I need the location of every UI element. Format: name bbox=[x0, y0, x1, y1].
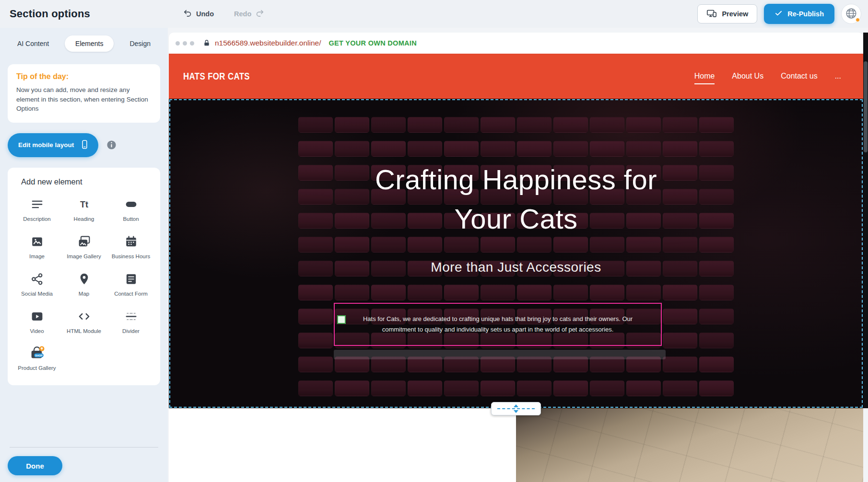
hero-tile bbox=[481, 141, 515, 157]
language-globe-button[interactable] bbox=[841, 4, 861, 24]
business-hours-icon bbox=[124, 234, 138, 250]
element-button[interactable]: Button bbox=[108, 197, 153, 223]
tab-elements[interactable]: Elements bbox=[65, 35, 114, 52]
hero-tile bbox=[590, 285, 624, 300]
hero-tile bbox=[517, 117, 551, 133]
done-button[interactable]: Done bbox=[8, 456, 62, 475]
element-label: Divider bbox=[122, 328, 140, 335]
nav-contact-us[interactable]: Contact us bbox=[781, 72, 817, 80]
undo-icon bbox=[183, 9, 192, 19]
element-heading[interactable]: TtHeading bbox=[61, 197, 106, 223]
hero-tile bbox=[553, 380, 588, 396]
undo-button[interactable]: Undo bbox=[180, 8, 217, 20]
app: Section options Undo Redo Preview Re-Pub… bbox=[0, 0, 868, 482]
hero-subheading[interactable]: More than Just Accessories bbox=[169, 260, 863, 275]
hero-tile bbox=[626, 285, 661, 300]
hero-tile bbox=[553, 285, 588, 300]
hero-tile bbox=[699, 237, 734, 252]
edit-mobile-label: Edit mobile layout bbox=[18, 141, 74, 149]
hero-tile bbox=[444, 117, 479, 133]
site-header[interactable]: HATS FOR CATS HomeAbout UsContact us... bbox=[169, 54, 863, 99]
hero-tile bbox=[408, 285, 442, 300]
hero-tile bbox=[335, 141, 369, 157]
element-product-gallery[interactable]: SHOPProduct Gallery bbox=[14, 346, 59, 372]
hero-tile bbox=[699, 117, 734, 133]
selected-text-element[interactable]: Hats for Cats, we are dedicated to craft… bbox=[334, 303, 662, 346]
hero-tile bbox=[408, 117, 442, 133]
tab-design[interactable]: Design bbox=[124, 35, 156, 52]
element-map[interactable]: Map bbox=[61, 272, 106, 298]
preview-button[interactable]: Preview bbox=[697, 4, 757, 23]
element-drag-handle[interactable] bbox=[337, 315, 346, 324]
section-options-sidebar: AI Content Elements Design Tip of the da… bbox=[0, 28, 168, 482]
hero-tile bbox=[335, 380, 369, 396]
hero-tile bbox=[335, 285, 369, 300]
hero-section[interactable]: Crafting Happiness for Your Cats More th… bbox=[169, 99, 863, 408]
hero-tile bbox=[590, 237, 624, 252]
hero-tile bbox=[663, 117, 697, 133]
window-dot bbox=[190, 41, 194, 46]
hero-tile bbox=[699, 285, 734, 300]
site-scrollbar[interactable] bbox=[863, 33, 868, 408]
hero-tile bbox=[408, 141, 442, 157]
element-description[interactable]: Description bbox=[14, 197, 59, 223]
republish-button[interactable]: Re-Publish bbox=[764, 4, 834, 24]
hero-tile bbox=[481, 237, 515, 252]
element-divider[interactable]: Divider bbox=[108, 309, 153, 335]
info-icon[interactable] bbox=[106, 139, 117, 150]
hero-tile bbox=[298, 380, 333, 396]
resize-up-arrow-icon bbox=[514, 404, 518, 407]
hero-tile bbox=[481, 285, 515, 300]
site-url[interactable]: n1566589.websitebuilder.online/ bbox=[215, 39, 321, 47]
element-label: Video bbox=[30, 328, 44, 335]
hero-tile bbox=[699, 333, 734, 348]
element-image[interactable]: Image bbox=[14, 234, 59, 260]
element-contact-form[interactable]: Contact Form bbox=[108, 272, 153, 298]
element-social-media[interactable]: Social Media bbox=[14, 272, 59, 298]
undo-label: Undo bbox=[196, 10, 214, 18]
hero-tile bbox=[444, 237, 479, 252]
hero-tile bbox=[663, 285, 697, 300]
scrollbar-thumb[interactable] bbox=[864, 61, 868, 152]
lock-icon bbox=[203, 39, 211, 47]
tip-of-the-day-card: Tip of the day: Now you can add, move an… bbox=[8, 64, 160, 123]
browser-bar: n1566589.websitebuilder.online/ GET YOUR… bbox=[169, 33, 863, 54]
tip-body: Now you can add, move and resize any ele… bbox=[16, 85, 152, 114]
check-icon bbox=[774, 9, 783, 19]
hero-tile bbox=[663, 237, 697, 252]
hero-tile bbox=[699, 309, 734, 324]
site-logo[interactable]: HATS FOR CATS bbox=[183, 70, 250, 82]
element-label: Contact Form bbox=[114, 290, 148, 298]
contact-form-icon bbox=[124, 272, 138, 287]
hero-tile bbox=[699, 380, 734, 396]
tab-ai-content[interactable]: AI Content bbox=[12, 35, 55, 52]
divider-icon bbox=[124, 309, 138, 324]
nav-about-us[interactable]: About Us bbox=[732, 72, 763, 80]
element-business-hours[interactable]: Business Hours bbox=[108, 234, 153, 260]
nav-more[interactable]: ... bbox=[835, 72, 841, 80]
add-element-title: Add new element bbox=[21, 177, 154, 186]
element-video[interactable]: Video bbox=[14, 309, 59, 335]
hero-tile bbox=[298, 117, 333, 133]
resize-down-arrow-icon bbox=[514, 410, 518, 413]
element-label: Button bbox=[123, 216, 139, 223]
hero-tile bbox=[298, 333, 333, 348]
hero-tile bbox=[590, 141, 624, 157]
element-label: Product Gallery bbox=[18, 365, 56, 372]
element-image-gallery[interactable]: Image Gallery bbox=[61, 234, 106, 260]
hero-tile bbox=[663, 380, 697, 396]
nav-home[interactable]: Home bbox=[694, 72, 715, 80]
hero-heading[interactable]: Crafting Happiness for Your Cats bbox=[169, 160, 863, 239]
redo-button[interactable]: Redo bbox=[231, 8, 267, 20]
hero-paragraph[interactable]: Hats for Cats, we are dedicated to craft… bbox=[346, 314, 649, 335]
redo-icon bbox=[255, 9, 264, 19]
map-icon bbox=[77, 272, 91, 287]
resize-dashed-line bbox=[497, 408, 535, 409]
window-dot bbox=[176, 41, 180, 46]
hero-tile bbox=[626, 237, 661, 252]
edit-mobile-layout-button[interactable]: Edit mobile layout bbox=[8, 133, 98, 157]
element-label: Image bbox=[29, 253, 45, 260]
element-html-module[interactable]: HTML Module bbox=[61, 309, 106, 335]
section-resize-handle[interactable] bbox=[491, 402, 541, 415]
get-domain-link[interactable]: GET YOUR OWN DOMAIN bbox=[328, 39, 416, 47]
